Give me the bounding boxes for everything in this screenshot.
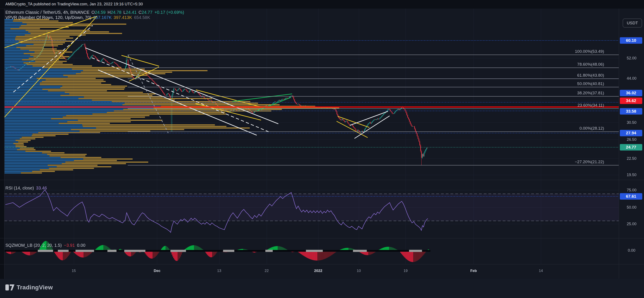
footer-bar: TradingView [0,279,644,298]
close-field: C24.77 [138,10,152,15]
chart-canvas[interactable] [0,0,644,298]
vpvr-title-row: VPVR (Number Of Rows, 120, Up/Down, 70) … [6,15,150,20]
time-scale-label: 13 [217,269,221,273]
price-scale-label: 25.00 [619,222,644,226]
fib-level-label: 38.20%(37.81) [577,91,604,95]
time-axis[interactable]: 15Dec132220221019Feb14 [4,264,619,279]
price-scale-label: 26.50 [619,137,644,142]
high-field: H24.78 [108,10,122,15]
symbol-title-row: Ethereum Classic / TetherUS, 4h, BINANCE… [6,10,184,15]
alert-price-badge: 67.61 [620,193,642,200]
fib-level-label: 78.60%(48.06) [577,62,604,67]
vpvr-down-volume: 397.413K [114,15,132,20]
tradingview-logo-text: TradingView [16,284,53,291]
time-scale-label: 2022 [314,269,322,273]
price-scale-label: 50.00 [619,205,644,210]
vpvr-indicator-label[interactable]: VPVR (Number Of Rows, 120, Up/Down, 70) [6,15,91,20]
alert-price-badge: 27.94 [620,130,642,136]
time-scale-label: 10 [357,269,361,273]
alert-price-badge: 60.10 [620,37,642,44]
low-field: L24.41 [124,10,136,15]
price-scale-label: 22.50 [619,156,644,161]
rsi-indicator-label[interactable]: RSI (14, close) [6,186,34,191]
fib-level-label: −27.20%(21.22) [575,159,604,164]
rsi-value: 33.46 [36,186,47,191]
fib-level-label: 50.00%(40.81) [577,81,604,86]
alert-price-badge: 36.02 [620,90,642,96]
vpvr-total-volume: 654.58K [134,15,150,20]
time-scale-label: Dec [154,269,160,273]
fib-level-label: 100.00%(53.49) [575,49,604,54]
price-scale-label: 0.00 [619,248,644,253]
change-field: +0.17 (+0.69%) [154,10,184,15]
currency-toggle-button[interactable]: USDT [623,18,642,27]
time-scale-label: Feb [470,269,477,273]
screenshot-root: { "header": { "text": "AMBCrypto_TA publ… [0,0,644,298]
tradingview-logo-icon [6,285,14,291]
time-scale-label: 19 [404,269,408,273]
alert-price-badge: 33.58 [620,108,642,115]
open-field: O24.59 [92,10,106,15]
price-scale-label: 30.50 [619,120,644,125]
fib-level-label: 23.60%(34.11) [578,103,604,108]
time-scale-label: 22 [265,269,269,273]
time-scale-label: 15 [72,269,76,273]
chart-widget [4,9,644,279]
sqzmom-indicator-label[interactable]: SQZMOM_LB (20, 2, 20, 1.5) [6,243,62,248]
rsi-title-row: RSI (14, close) 33.46 [6,186,47,191]
symbol-title[interactable]: Ethereum Classic / TetherUS, 4h, BINANCE [6,10,90,15]
sqzmom-zero-value: 0.00 [77,243,86,248]
price-scale-label: 52.00 [619,56,644,60]
tradingview-logo[interactable]: TradingView [6,284,53,291]
price-axis[interactable]: 60.1052.0044.0036.0234.6233.5830.5027.94… [619,9,644,279]
fib-level-label: 0.00%(28.12) [580,126,604,131]
price-scale-label: 19.50 [619,173,644,177]
alert-price-badge: 34.62 [620,98,642,104]
fib-level-label: 61.80%(43.80) [577,73,604,78]
sqzmom-title-row: SQZMOM_LB (20, 2, 20, 1.5) −3.91 0.00 [6,243,86,248]
vpvr-up-volume: 257.167K [93,15,112,20]
time-scale-label: 14 [539,269,543,273]
price-scale-label: 75.00 [619,188,644,192]
price-scale-label: 44.00 [619,76,644,81]
sqzmom-value: −3.91 [64,243,75,248]
current-price-badge: 24.77 [620,144,642,150]
